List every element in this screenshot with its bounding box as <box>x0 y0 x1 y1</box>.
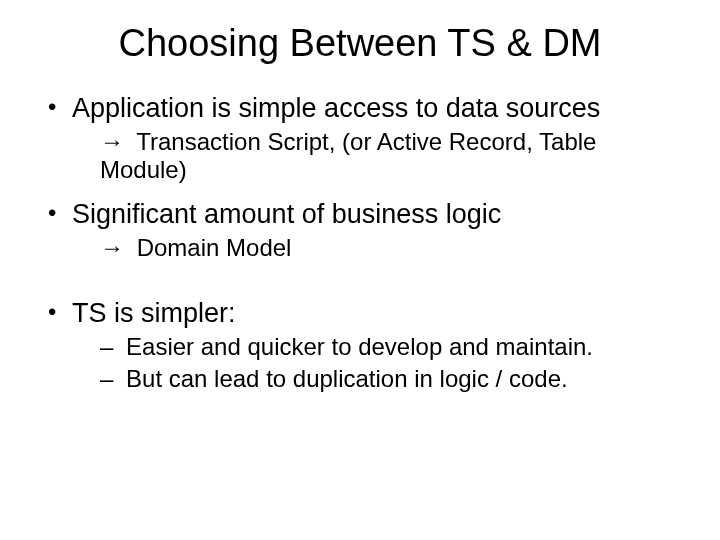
sub-item: Transaction Script, (or Active Record, T… <box>72 128 680 185</box>
bullet-text: Significant amount of business logic <box>72 199 501 229</box>
bullet-text: Application is simple access to data sou… <box>72 93 600 123</box>
sub-text: Transaction Script, (or Active Record, T… <box>100 128 596 183</box>
sub-text: Easier and quicker to develop and mainta… <box>126 333 593 360</box>
spacer <box>48 276 680 298</box>
sub-text: But can lead to duplication in logic / c… <box>126 365 568 392</box>
bullet-item: Significant amount of business logic Dom… <box>48 199 680 262</box>
sub-text: Domain Model <box>137 234 292 261</box>
slide-title: Choosing Between TS & DM <box>40 22 680 65</box>
bullet-item: TS is simpler: Easier and quicker to dev… <box>48 298 680 394</box>
slide: Choosing Between TS & DM Application is … <box>0 0 720 540</box>
sub-item: But can lead to duplication in logic / c… <box>72 365 680 393</box>
sub-item: Domain Model <box>72 234 680 262</box>
bullet-item: Application is simple access to data sou… <box>48 93 680 185</box>
bullet-text: TS is simpler: <box>72 298 236 328</box>
bullet-list: Application is simple access to data sou… <box>40 93 680 394</box>
sub-item: Easier and quicker to develop and mainta… <box>72 333 680 361</box>
